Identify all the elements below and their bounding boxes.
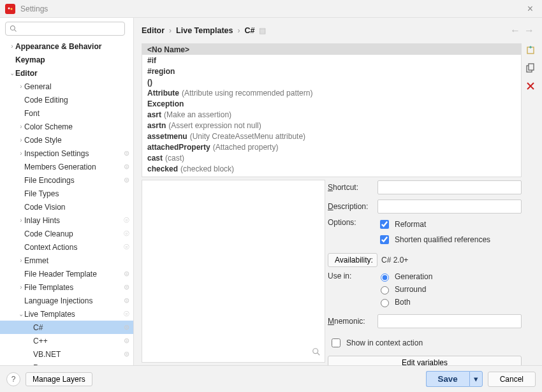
tree-item-keymap[interactable]: Keymap: [0, 53, 133, 66]
tree-item-razor[interactable]: Razor⊜: [0, 361, 133, 365]
reformat-checkbox[interactable]: Reformat: [377, 218, 522, 231]
template-row[interactable]: asrtn(Assert expression not null): [142, 120, 521, 131]
tree-item-label: C#: [33, 323, 124, 332]
tree-item-file-encodings[interactable]: File Encodings⊜: [0, 173, 133, 187]
tree-item-code-style[interactable]: ›Code Style: [0, 133, 133, 147]
tree-item-label: Members Generation: [24, 163, 124, 171]
chevron-right-icon: ›: [238, 26, 240, 35]
tree-item-inlay-hints[interactable]: ›Inlay Hints⦾: [0, 214, 133, 227]
tree-item-label: File Types: [24, 189, 129, 198]
tree-item-language-injections[interactable]: Language Injections⊜: [0, 294, 133, 307]
chevron-right-icon: ›: [169, 26, 172, 35]
manage-layers-button[interactable]: Manage Layers: [26, 372, 92, 386]
chevron-icon: ›: [18, 217, 24, 224]
tree-item-vb-net[interactable]: VB.NET⊜: [0, 347, 133, 361]
edit-variables-button[interactable]: Edit variables: [328, 356, 522, 365]
help-button[interactable]: ?: [6, 372, 20, 386]
tree-item-font[interactable]: Font: [0, 106, 133, 120]
template-shortcut: attachedProperty: [147, 143, 210, 152]
tree-item-general[interactable]: ›General: [0, 80, 133, 93]
search-field[interactable]: [20, 23, 121, 34]
tree-item-editor[interactable]: ⌄Editor: [0, 66, 133, 80]
tree-item-label: C++: [33, 337, 124, 345]
tree-item-label: File Encodings: [24, 176, 124, 185]
tree-item-label: Inspection Settings: [24, 149, 124, 158]
template-row[interactable]: #if: [142, 55, 521, 66]
duplicate-icon[interactable]: [525, 62, 536, 74]
layer-badge-icon: ⊜: [124, 323, 129, 331]
crumb-1[interactable]: Live Templates: [176, 26, 233, 35]
search-input[interactable]: [5, 22, 125, 36]
template-shortcut: asrt: [147, 110, 161, 119]
template-row[interactable]: <No Name>: [142, 44, 521, 55]
template-row[interactable]: Attribute(Attribute using recommended pa…: [142, 87, 521, 98]
tree-item-label: VB.NET: [33, 350, 124, 359]
content: Editor › Live Templates › C# ▤ ← → <No N…: [134, 18, 542, 365]
shorten-checkbox[interactable]: Shorten qualified references: [377, 233, 522, 246]
usein-label: Use in:: [328, 272, 377, 280]
tree-item-label: Appearance & Behavior: [15, 42, 129, 51]
delete-icon[interactable]: [525, 80, 536, 92]
cancel-button[interactable]: Cancel: [488, 372, 536, 387]
layer-badge-icon: ⦾: [124, 310, 129, 318]
description-label: Description:: [328, 202, 377, 211]
zoom-icon[interactable]: [312, 347, 321, 358]
template-shortcut: cast: [147, 154, 163, 163]
template-preview[interactable]: [142, 180, 325, 363]
generation-radio[interactable]: Generation: [377, 272, 522, 282]
tree-item-code-cleanup[interactable]: Code Cleanup⦾: [0, 227, 133, 240]
template-row[interactable]: (): [142, 76, 521, 87]
breadcrumb: Editor › Live Templates › C# ▤ ← →: [134, 18, 542, 43]
app-icon: [5, 4, 15, 14]
template-row[interactable]: assetmenu(Unity CreateAssetMenu attribut…: [142, 131, 521, 142]
show-context-checkbox[interactable]: Show in context action: [329, 337, 522, 349]
tree-item-c-[interactable]: C++⊜: [0, 334, 133, 347]
template-list[interactable]: <No Name>#if#region()Attribute(Attribute…: [142, 43, 522, 177]
tree-item-c-[interactable]: C#⊜: [0, 321, 133, 334]
tree-item-file-templates[interactable]: ›File Templates⊜: [0, 280, 133, 294]
new-template-icon[interactable]: [525, 45, 536, 56]
template-shortcut: #region: [147, 67, 175, 76]
template-row[interactable]: Exception: [142, 98, 521, 109]
nav-fwd-icon[interactable]: →: [524, 25, 534, 36]
tree-item-label: File Header Template: [24, 270, 124, 279]
tree-item-label: File Templates: [24, 283, 124, 292]
tree-item-file-types[interactable]: File Types: [0, 187, 133, 200]
nav-back-icon[interactable]: ←: [510, 25, 520, 36]
template-row[interactable]: attachedProperty(Attached property): [142, 142, 521, 152]
tree-item-label: Language Injections: [24, 296, 124, 305]
chevron-icon: ›: [18, 136, 24, 143]
template-row[interactable]: #region: [142, 66, 521, 76]
tree-item-code-editing[interactable]: Code Editing: [0, 93, 133, 106]
tree-item-color-scheme[interactable]: ›Color Scheme: [0, 120, 133, 133]
shortcut-input[interactable]: [377, 180, 522, 194]
chevron-icon: ›: [18, 83, 24, 90]
layer-badge-icon: ⊜: [124, 283, 129, 291]
crumb-2[interactable]: C#: [245, 26, 255, 35]
template-row[interactable]: cast(cast): [142, 152, 521, 163]
description-input[interactable]: [377, 200, 522, 214]
tree-item-emmet[interactable]: ›Emmet: [0, 254, 133, 267]
close-icon[interactable]: ×: [524, 2, 537, 16]
availability-value: C# 2.0+: [381, 256, 408, 265]
both-radio[interactable]: Both: [377, 297, 522, 307]
tree-item-context-actions[interactable]: Context Actions⦾: [0, 240, 133, 254]
tree-item-label: Code Vision: [24, 203, 129, 212]
tree-item-members-generation[interactable]: Members Generation⊜: [0, 160, 133, 173]
surround-radio[interactable]: Surround: [377, 284, 522, 294]
tree-item-inspection-settings[interactable]: ›Inspection Settings⊜: [0, 147, 133, 160]
template-row[interactable]: asrt(Make an assertion): [142, 109, 521, 120]
tree-item-appearance-behavior[interactable]: ›Appearance & Behavior: [0, 40, 133, 53]
tree-item-label: Keymap: [15, 55, 129, 64]
availability-button[interactable]: Availability:: [328, 253, 377, 267]
save-dropdown[interactable]: ▾: [469, 371, 483, 387]
tree-item-code-vision[interactable]: Code Vision: [0, 200, 133, 214]
template-shortcut: asrtn: [147, 121, 166, 130]
tree-item-live-templates[interactable]: ⌄Live Templates⦾: [0, 307, 133, 321]
crumb-0[interactable]: Editor: [142, 26, 165, 35]
mnemonic-input[interactable]: [377, 314, 522, 328]
tree-item-file-header-template[interactable]: File Header Template⊜: [0, 267, 133, 280]
template-form: Shortcut: Description: Options: Reformat…: [328, 180, 522, 363]
save-button[interactable]: Save: [426, 371, 469, 387]
template-row[interactable]: checked(checked block): [142, 163, 521, 174]
